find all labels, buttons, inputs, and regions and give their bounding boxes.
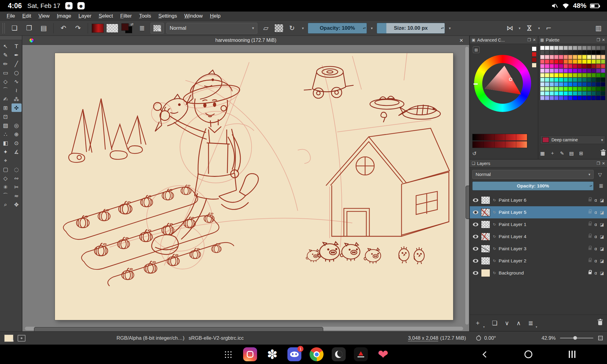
alpha-lock-icon[interactable]: α: [595, 222, 597, 227]
palette-swatch[interactable]: [601, 69, 605, 73]
duplicate-layer-button[interactable]: ❏: [492, 319, 497, 327]
rotation-dial-icon[interactable]: [476, 336, 481, 341]
shade-strip-2[interactable]: [472, 141, 527, 148]
palette-swatch[interactable]: [582, 59, 586, 64]
alpha-lock-icon[interactable]: α: [595, 210, 597, 215]
palette-swatch[interactable]: [578, 82, 582, 86]
freehand-select-tool[interactable]: ∾: [12, 174, 22, 182]
vertical-scrollbar[interactable]: [465, 47, 469, 325]
palette-swatch[interactable]: [601, 87, 605, 91]
palette-swatch[interactable]: [582, 73, 586, 77]
palette-swatch[interactable]: [578, 91, 582, 96]
palette-swatch[interactable]: [545, 69, 549, 73]
snap-button[interactable]: ⌐: [543, 22, 555, 34]
workspace-chooser-button[interactable]: ▥: [592, 22, 605, 34]
zoom-slider[interactable]: [560, 338, 593, 339]
palette-swatch[interactable]: [578, 55, 582, 59]
palette-swatch[interactable]: [564, 64, 568, 68]
palette-swatch[interactable]: [573, 50, 577, 55]
toolbar-drag-handle[interactable]: [2, 23, 5, 33]
bezier-select-tool[interactable]: ⌒: [1, 191, 11, 200]
transform-tool[interactable]: ⊞: [1, 103, 11, 112]
palette-swatch[interactable]: [545, 55, 549, 59]
palette-swatch[interactable]: [568, 73, 572, 77]
menu-item[interactable]: File: [3, 12, 19, 20]
palette-swatch[interactable]: [550, 64, 554, 68]
visibility-eye-icon[interactable]: [473, 223, 478, 226]
layer-row[interactable]: ↻ Background α ◪: [470, 267, 607, 279]
spinner-arrows[interactable]: ▴▾: [441, 23, 444, 33]
palette-swatch[interactable]: [540, 50, 544, 55]
palette-swatch[interactable]: [568, 96, 572, 100]
open-document-button[interactable]: ❐: [23, 22, 35, 34]
palette-swatch[interactable]: [568, 50, 572, 55]
delete-layer-button[interactable]: [598, 321, 602, 325]
palette-swatch[interactable]: [564, 69, 568, 73]
menu-item[interactable]: Edit: [19, 12, 35, 20]
palette-swatch[interactable]: [545, 87, 549, 91]
close-docker-icon[interactable]: ✕: [533, 38, 536, 42]
properties-dropdown-icon[interactable]: ▾: [536, 325, 537, 329]
mirror-horizontal-button[interactable]: ⋈: [504, 22, 516, 34]
layer-filter-icon[interactable]: ▽: [595, 170, 605, 179]
alpha-lock-icon[interactable]: α: [595, 246, 597, 251]
layer-row[interactable]: ↻ Paint Layer 6 α ◪: [470, 194, 607, 206]
menu-item[interactable]: View: [35, 12, 53, 20]
palette-swatch[interactable]: [559, 59, 563, 64]
palette-swatch[interactable]: [540, 78, 544, 82]
palette-swatch[interactable]: [596, 55, 600, 59]
layer-properties-button[interactable]: ≣: [528, 319, 533, 327]
inherit-alpha-icon[interactable]: ◪: [600, 210, 604, 215]
palette-swatch[interactable]: [592, 55, 596, 59]
palette-swatch[interactable]: [601, 91, 605, 96]
palette-swatch[interactable]: [564, 78, 568, 82]
inherit-alpha-icon[interactable]: ◪: [600, 258, 604, 263]
lock-icon[interactable]: [588, 272, 592, 274]
palette-swatch[interactable]: [573, 91, 577, 96]
palette-swatch[interactable]: [550, 87, 554, 91]
alpha-lock-icon[interactable]: α: [595, 271, 597, 275]
edit-shapes-tool[interactable]: ✎: [1, 51, 11, 59]
freehand-brush-tool[interactable]: ✏: [1, 59, 11, 68]
layer-row[interactable]: ↻ Paint Layer 4 α ◪: [470, 231, 607, 243]
palette-swatch[interactable]: [596, 46, 600, 50]
palette-swatch[interactable]: [601, 82, 605, 86]
palette-swatch[interactable]: [545, 78, 549, 82]
float-docker-icon[interactable]: ❐: [596, 38, 600, 42]
palette-swatch[interactable]: [540, 96, 544, 100]
move-layer-up-button[interactable]: ∧: [517, 319, 521, 327]
swap-colors-icon[interactable]: ⇄: [131, 22, 134, 26]
palette-swatch[interactable]: [545, 96, 549, 100]
palette-swatch[interactable]: [582, 87, 586, 91]
palette-swatch[interactable]: [582, 55, 586, 59]
current-color-row[interactable]: Deep carmine ▾: [540, 136, 605, 144]
palette-swatch[interactable]: [573, 64, 577, 68]
chrome-app-icon[interactable]: [310, 347, 324, 361]
eraser-mode-button[interactable]: ▱: [260, 22, 272, 34]
layers-menu-icon[interactable]: ≣: [599, 183, 603, 189]
recents-button[interactable]: [569, 351, 570, 358]
hsv-triangle[interactable]: [484, 65, 521, 102]
palette-swatch[interactable]: [596, 91, 600, 96]
save-palette-icon[interactable]: ▤: [569, 150, 574, 156]
chevron-down-icon[interactable]: ▾: [369, 26, 374, 30]
shape-select-tool[interactable]: ↖: [1, 42, 11, 50]
rectangular-select-tool[interactable]: ▢: [1, 165, 11, 174]
palette-swatch[interactable]: [564, 96, 568, 100]
brush-editor-toggle[interactable]: [151, 23, 164, 34]
recent-color-swatch[interactable]: [532, 46, 537, 51]
palette-swatch[interactable]: [582, 50, 586, 55]
opacity-slider[interactable]: Opacity: 100% ▴▾: [308, 23, 367, 34]
palette-swatch[interactable]: [587, 96, 591, 100]
palette-swatch[interactable]: [578, 78, 582, 82]
palette-swatch[interactable]: [550, 59, 554, 64]
palette-swatch[interactable]: [564, 87, 568, 91]
palette-swatch[interactable]: [573, 73, 577, 77]
float-docker-icon[interactable]: ❐: [527, 38, 531, 42]
palette-swatch[interactable]: [540, 91, 544, 96]
undo-button[interactable]: ↶: [57, 22, 70, 34]
canvas-artboard[interactable]: [55, 53, 453, 320]
inherit-alpha-icon[interactable]: ◪: [600, 271, 604, 275]
palette-swatch[interactable]: [545, 46, 549, 50]
palette-swatch[interactable]: [573, 69, 577, 73]
